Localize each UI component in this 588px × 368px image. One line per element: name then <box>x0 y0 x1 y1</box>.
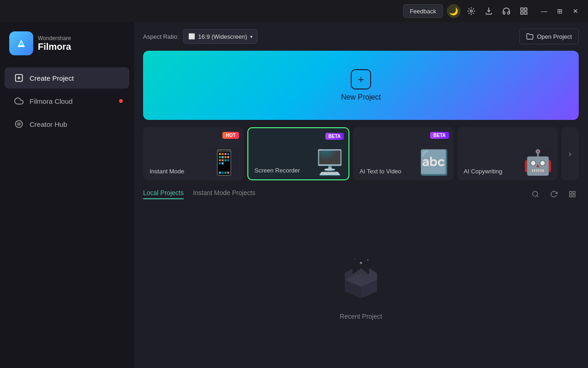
aspect-ratio-value: 16:9 (Widescreen) <box>198 33 247 40</box>
instant-mode-label: Instant Mode <box>150 168 184 175</box>
monitor-icon: ⬜ <box>188 33 195 40</box>
projects-header: Local Projects Instant Mode Projects <box>143 188 579 201</box>
filmora-cloud-icon <box>14 96 24 106</box>
title-bar: Feedback 🌙 — ⊞ ✕ <box>0 0 588 22</box>
aspect-ratio-label: Aspect Ratio: <box>143 33 179 40</box>
svg-rect-9 <box>570 191 572 194</box>
search-projects-icon[interactable] <box>529 188 542 201</box>
projects-section: Local Projects Instant Mode Projects <box>134 188 588 368</box>
projects-tabs: Local Projects Instant Mode Projects <box>143 189 255 199</box>
feedback-button[interactable]: Feedback <box>403 4 443 18</box>
svg-rect-3 <box>525 12 527 14</box>
new-project-plus-icon: ＋ <box>351 69 371 89</box>
empty-state-label: Recent Project <box>340 313 382 320</box>
ai-copy-label: AI Copywriting <box>464 168 503 175</box>
aspect-ratio-section: Aspect Ratio: ⬜ 16:9 (Widescreen) ▾ <box>143 29 258 44</box>
instant-mode-icon: 📱 <box>209 148 239 177</box>
svg-point-21 <box>354 259 355 260</box>
open-project-button[interactable]: Open Project <box>519 29 579 44</box>
layout-icon[interactable] <box>517 4 531 18</box>
maximize-button[interactable]: ⊞ <box>553 4 567 18</box>
minimize-button[interactable]: — <box>537 4 551 18</box>
logo-section: Wondershare Filmora <box>0 27 134 66</box>
new-project-banner[interactable]: ＋ New Project <box>143 51 579 120</box>
ai-text-icon: 🔤 <box>419 148 449 177</box>
cloud-notification-badge <box>119 99 123 103</box>
sidebar: Wondershare Filmora Create Project Filmo… <box>0 22 134 368</box>
app-logo <box>9 31 33 55</box>
svg-rect-1 <box>521 8 523 10</box>
sidebar-item-creator-hub[interactable]: Creator Hub <box>5 113 129 135</box>
window-controls: — ⊞ ✕ <box>537 4 582 18</box>
close-button[interactable]: ✕ <box>569 4 582 18</box>
svg-rect-2 <box>525 8 527 10</box>
hot-badge: HOT <box>222 132 239 139</box>
beta-badge-ai: BETA <box>430 132 449 139</box>
product-name: Filmora <box>38 42 71 52</box>
create-project-icon <box>14 73 24 83</box>
svg-point-6 <box>18 123 20 125</box>
mode-card-ai-text-video[interactable]: BETA 🔤 AI Text to Video <box>353 127 454 180</box>
svg-point-7 <box>16 121 23 128</box>
screen-recorder-icon: 🖥️ <box>315 148 345 177</box>
beta-badge-screen: BETA <box>325 133 344 140</box>
ai-copy-icon: 🤖 <box>523 148 553 177</box>
creator-hub-label: Creator Hub <box>30 120 67 128</box>
content-area: Aspect Ratio: ⬜ 16:9 (Widescreen) ▾ Open… <box>134 22 588 368</box>
creator-hub-icon <box>14 119 24 129</box>
settings-icon[interactable] <box>464 4 478 18</box>
sidebar-item-create-project[interactable]: Create Project <box>5 67 129 89</box>
create-project-label: Create Project <box>30 74 74 82</box>
svg-point-0 <box>470 10 473 12</box>
chevron-down-icon: ▾ <box>250 34 252 39</box>
new-project-label: New Project <box>341 93 381 101</box>
mode-card-ai-copywriting[interactable]: 🤖 AI Copywriting <box>457 127 558 180</box>
refresh-projects-icon[interactable] <box>547 188 560 201</box>
mode-card-instant-mode[interactable]: HOT 📱 Instant Mode <box>143 127 244 180</box>
support-icon[interactable] <box>499 4 513 18</box>
theme-icon[interactable]: 🌙 <box>447 4 461 18</box>
svg-rect-12 <box>570 195 572 197</box>
more-modes-button[interactable]: › <box>561 127 579 180</box>
screen-recorder-label: Screen Recorder <box>255 167 300 174</box>
top-bar: Aspect Ratio: ⬜ 16:9 (Widescreen) ▾ Open… <box>134 22 588 51</box>
svg-point-8 <box>533 191 538 196</box>
open-project-label: Open Project <box>537 33 572 40</box>
grid-view-icon[interactable] <box>566 188 579 201</box>
empty-box-illustration <box>336 255 386 305</box>
ai-text-label: AI Text to Video <box>360 168 402 175</box>
download-icon[interactable] <box>482 4 496 18</box>
filmora-cloud-label: Filmora Cloud <box>30 97 72 105</box>
mode-card-screen-recorder[interactable]: BETA 🖥️ Screen Recorder <box>247 127 350 180</box>
projects-actions <box>529 188 579 201</box>
aspect-ratio-select[interactable]: ⬜ 16:9 (Widescreen) ▾ <box>183 29 257 44</box>
logo-text: Wondershare Filmora <box>38 35 71 52</box>
tab-local-projects[interactable]: Local Projects <box>143 189 184 199</box>
mode-cards-row: HOT 📱 Instant Mode BETA 🖥️ Screen Record… <box>143 127 579 180</box>
empty-state: Recent Project <box>143 206 579 368</box>
svg-rect-11 <box>573 195 575 197</box>
svg-point-20 <box>367 259 369 261</box>
svg-rect-10 <box>573 191 575 194</box>
svg-rect-4 <box>521 12 523 14</box>
tab-instant-mode-projects[interactable]: Instant Mode Projects <box>193 189 255 199</box>
brand-name: Wondershare <box>38 35 71 42</box>
sidebar-item-filmora-cloud[interactable]: Filmora Cloud <box>5 90 129 112</box>
main-layout: Wondershare Filmora Create Project Filmo… <box>0 22 588 368</box>
